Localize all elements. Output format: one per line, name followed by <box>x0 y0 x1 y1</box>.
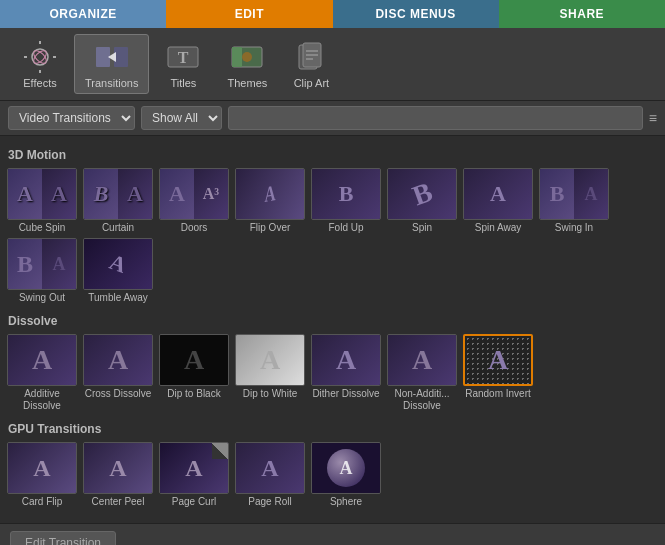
effects-icon <box>22 39 58 75</box>
transition-thumb-card-flip: A <box>7 442 77 494</box>
transition-item-cross-dissolve[interactable]: A Cross Dissolve <box>82 334 154 412</box>
tool-clipart[interactable]: Clip Art <box>281 35 341 93</box>
transition-item-dip-to-white[interactable]: A Dip to White <box>234 334 306 412</box>
transition-name-doors: Doors <box>181 222 208 234</box>
tool-effects[interactable]: Effects <box>10 35 70 93</box>
transition-name-flip-over: Flip Over <box>250 222 291 234</box>
section-label-dissolve: Dissolve <box>8 314 659 328</box>
transition-name-page-roll: Page Roll <box>248 496 291 508</box>
filter-options-icon[interactable]: ≡ <box>649 110 657 126</box>
transition-item-swing-in[interactable]: B A Swing In <box>538 168 610 234</box>
search-input[interactable] <box>228 106 643 130</box>
transition-item-spin[interactable]: B Spin <box>386 168 458 234</box>
transition-name-non-additive-dissolve: Non-Additi... Dissolve <box>387 388 457 412</box>
svg-point-14 <box>242 52 252 62</box>
transition-item-additive-dissolve[interactable]: A Additive Dissolve <box>6 334 78 412</box>
top-nav: ORGANIZE EDIT DISC MENUS SHARE <box>0 0 665 28</box>
transitions-icon <box>94 39 130 75</box>
transition-name-fold-up: Fold Up <box>328 222 363 234</box>
tool-themes[interactable]: Themes <box>217 35 277 93</box>
toolbar: Effects Transitions T Titles <box>0 28 665 101</box>
transition-thumb-spin-away: A <box>463 168 533 220</box>
transition-thumb-center-peel: A <box>83 442 153 494</box>
tab-organize[interactable]: ORGANIZE <box>0 0 166 28</box>
tab-disc-menus[interactable]: DISC MENUS <box>333 0 499 28</box>
transition-item-page-roll[interactable]: A Page Roll <box>234 442 306 508</box>
transition-name-curtain: Curtain <box>102 222 134 234</box>
transition-name-page-curl: Page Curl <box>172 496 216 508</box>
transition-thumb-dip-to-black: A <box>159 334 229 386</box>
svg-rect-7 <box>96 47 110 67</box>
transition-item-spin-away[interactable]: A Spin Away <box>462 168 534 234</box>
section-3d-motion: 3D Motion A A Cube Spin B A Curtain A A³… <box>6 148 659 304</box>
transition-thumb-cross-dissolve: A <box>83 334 153 386</box>
transition-thumb-page-roll: A <box>235 442 305 494</box>
transition-item-dip-to-black[interactable]: A Dip to Black <box>158 334 230 412</box>
transition-thumb-dip-to-white: A <box>235 334 305 386</box>
transition-name-spin-away: Spin Away <box>475 222 522 234</box>
section-label-3d-motion: 3D Motion <box>8 148 659 162</box>
items-grid-gpu-transitions: A Card Flip A Center Peel A Page Curl A … <box>6 442 659 508</box>
transition-thumb-page-curl: A <box>159 442 229 494</box>
transition-item-dither-dissolve[interactable]: A Dither Dissolve <box>310 334 382 412</box>
transition-item-curtain[interactable]: B A Curtain <box>82 168 154 234</box>
transition-item-flip-over[interactable]: A Flip Over <box>234 168 306 234</box>
transitions-panel: 3D Motion A A Cube Spin B A Curtain A A³… <box>0 136 665 523</box>
transition-name-dither-dissolve: Dither Dissolve <box>312 388 379 400</box>
transition-thumb-fold-up: B <box>311 168 381 220</box>
svg-rect-13 <box>232 47 242 67</box>
transition-item-card-flip[interactable]: A Card Flip <box>6 442 78 508</box>
transition-name-additive-dissolve: Additive Dissolve <box>7 388 77 412</box>
titles-label: Titles <box>170 77 196 89</box>
transition-item-non-additive-dissolve[interactable]: A Non-Additi... Dissolve <box>386 334 458 412</box>
tool-transitions[interactable]: Transitions <box>74 34 149 94</box>
themes-label: Themes <box>228 77 268 89</box>
transition-name-tumble-away: Tumble Away <box>88 292 147 304</box>
transition-thumb-cube-spin: A A <box>7 168 77 220</box>
transition-name-spin: Spin <box>412 222 432 234</box>
transition-thumb-sphere: A <box>311 442 381 494</box>
transition-thumb-swing-out: B A <box>7 238 77 290</box>
transition-name-dip-to-black: Dip to Black <box>167 388 220 400</box>
transition-thumb-flip-over: A <box>235 168 305 220</box>
type-dropdown[interactable]: Video Transitions <box>8 106 135 130</box>
transition-name-card-flip: Card Flip <box>22 496 63 508</box>
show-dropdown[interactable]: Show All <box>141 106 222 130</box>
svg-rect-8 <box>114 47 128 67</box>
content-area: 3D Motion A A Cube Spin B A Curtain A A³… <box>0 136 665 523</box>
transition-item-doors[interactable]: A A³ Doors <box>158 168 230 234</box>
transition-name-center-peel: Center Peel <box>92 496 145 508</box>
transition-thumb-swing-in: B A <box>539 168 609 220</box>
transition-thumb-doors: A A³ <box>159 168 229 220</box>
transition-name-dip-to-white: Dip to White <box>243 388 297 400</box>
themes-icon <box>229 39 265 75</box>
clipart-icon <box>293 39 329 75</box>
transition-name-cross-dissolve: Cross Dissolve <box>85 388 152 400</box>
transition-item-cube-spin[interactable]: A A Cube Spin <box>6 168 78 234</box>
tool-titles[interactable]: T Titles <box>153 35 213 93</box>
transition-item-tumble-away[interactable]: A Tumble Away <box>82 238 154 304</box>
items-grid-3d-motion: A A Cube Spin B A Curtain A A³ Doors A F… <box>6 168 659 304</box>
transition-name-random-invert: Random Invert <box>465 388 531 400</box>
transition-item-random-invert[interactable]: A Random Invert <box>462 334 534 412</box>
tab-edit[interactable]: EDIT <box>166 0 332 28</box>
transition-thumb-random-invert: A <box>463 334 533 386</box>
section-gpu-transitions: GPU Transitions A Card Flip A Center Pee… <box>6 422 659 508</box>
transition-thumb-spin: B <box>387 168 457 220</box>
transition-name-cube-spin: Cube Spin <box>19 222 66 234</box>
bottom-bar: Edit Transition <box>0 523 665 545</box>
transition-item-fold-up[interactable]: B Fold Up <box>310 168 382 234</box>
filter-bar: Video Transitions Show All ≡ <box>0 101 665 136</box>
items-grid-dissolve: A Additive Dissolve A Cross Dissolve A D… <box>6 334 659 412</box>
edit-transition-button[interactable]: Edit Transition <box>10 531 116 546</box>
transition-name-swing-out: Swing Out <box>19 292 65 304</box>
tab-share[interactable]: SHARE <box>499 0 665 28</box>
transition-item-center-peel[interactable]: A Center Peel <box>82 442 154 508</box>
transition-thumb-curtain: B A <box>83 168 153 220</box>
clipart-label: Clip Art <box>294 77 329 89</box>
transition-thumb-additive-dissolve: A <box>7 334 77 386</box>
transition-item-swing-out[interactable]: B A Swing Out <box>6 238 78 304</box>
transition-item-page-curl[interactable]: A Page Curl <box>158 442 230 508</box>
section-label-gpu-transitions: GPU Transitions <box>8 422 659 436</box>
transition-item-sphere[interactable]: A Sphere <box>310 442 382 508</box>
